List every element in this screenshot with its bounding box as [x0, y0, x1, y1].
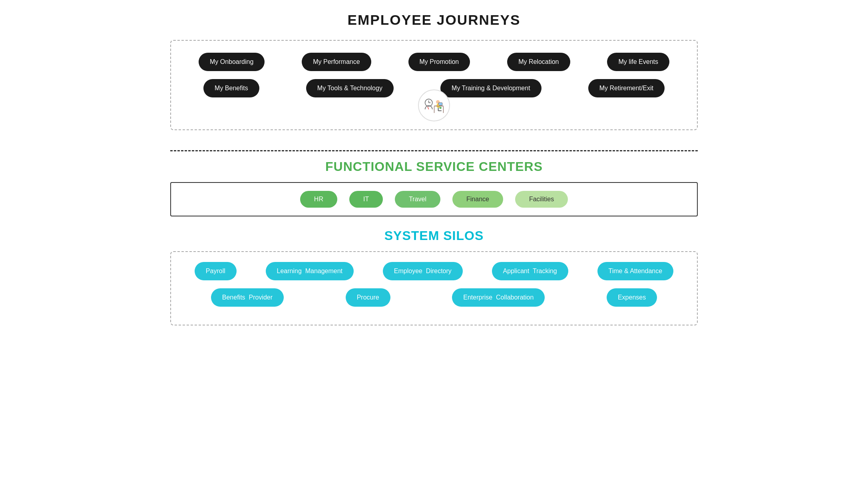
silo-procure[interactable]: Procure: [346, 288, 390, 307]
silo-payroll[interactable]: Payroll: [195, 262, 237, 280]
svg-line-3: [428, 107, 429, 109]
fsc-box: HR IT Travel Finance Facilities: [170, 182, 698, 216]
silo-applicant-tracking[interactable]: Applicant Tracking: [492, 262, 568, 280]
silos-box: Payroll Learning Management Employee Dir…: [170, 251, 698, 325]
journey-my-retirement-exit[interactable]: My Retirement/Exit: [588, 79, 665, 97]
workspace-icon: [423, 95, 445, 117]
journey-my-tools-technology[interactable]: My Tools & Technology: [306, 79, 394, 97]
silos-row-2: Benefits Provider Procure Enterprise Col…: [183, 288, 685, 307]
journey-my-relocation[interactable]: My Relocation: [507, 53, 570, 71]
journey-my-life-events[interactable]: My life Events: [607, 53, 669, 71]
workspace-icon-circle: [418, 89, 450, 121]
silo-enterprise-collaboration[interactable]: Enterprise Collaboration: [452, 288, 545, 307]
journey-my-performance[interactable]: My Performance: [302, 53, 371, 71]
fsc-title: FUNCTIONAL SERVICE CENTERS: [170, 159, 698, 174]
journey-my-promotion[interactable]: My Promotion: [408, 53, 470, 71]
fsc-hr[interactable]: HR: [300, 191, 337, 208]
page-title: EMPLOYEE JOURNEYS: [170, 12, 698, 28]
journey-my-benefits[interactable]: My Benefits: [203, 79, 259, 97]
journey-my-training-development[interactable]: My Training & Development: [440, 79, 542, 97]
journeys-row-1: My Onboarding My Performance My Promotio…: [183, 53, 685, 71]
svg-rect-8: [434, 105, 443, 106]
silos-title: SYSTEM SILOS: [170, 228, 698, 243]
silo-learning-management[interactable]: Learning Management: [266, 262, 354, 280]
silo-expenses[interactable]: Expenses: [607, 288, 657, 307]
fsc-travel[interactable]: Travel: [395, 191, 440, 208]
silo-benefits-provider[interactable]: Benefits Provider: [211, 288, 284, 307]
fsc-facilities[interactable]: Facilities: [515, 191, 568, 208]
fsc-it[interactable]: IT: [349, 191, 383, 208]
section-divider: [170, 150, 698, 151]
journeys-box: My Onboarding My Performance My Promotio…: [170, 40, 698, 130]
silo-time-attendance[interactable]: Time & Attendance: [597, 262, 674, 280]
svg-point-13: [439, 107, 442, 109]
fsc-finance[interactable]: Finance: [452, 191, 503, 208]
silo-employee-directory[interactable]: Employee Directory: [383, 262, 463, 280]
journey-my-onboarding[interactable]: My Onboarding: [199, 53, 265, 71]
silos-row-1: Payroll Learning Management Employee Dir…: [183, 262, 685, 280]
